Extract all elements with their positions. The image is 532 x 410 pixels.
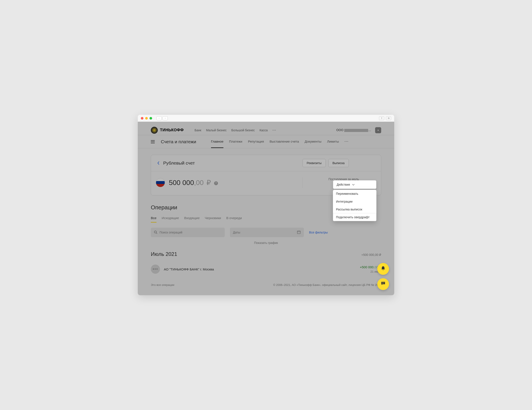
currency-flag-icon (156, 178, 165, 187)
statement-button[interactable]: Выписка (328, 159, 349, 167)
date-input[interactable]: Даты (230, 228, 304, 237)
actions-dropdown-button[interactable]: Действия (333, 180, 376, 189)
chat-fab[interactable] (377, 278, 389, 290)
top-navigation: ТИНЬКОФФ Банк Малый бизнес Большой бизне… (138, 122, 394, 135)
svg-rect-2 (297, 231, 300, 234)
nav-forward-button[interactable]: › (162, 116, 168, 120)
search-icon (154, 230, 157, 235)
calendar-icon (297, 230, 301, 235)
account-title: Рублевый счет (163, 161, 195, 166)
company-name-redacted (344, 129, 368, 132)
show-chart-link[interactable]: Показать график (151, 241, 381, 245)
ops-tab-drafts[interactable]: Черновики (205, 216, 221, 223)
svg-point-0 (154, 231, 156, 233)
subnav-tab-invoice[interactable]: Выставление счета (269, 135, 299, 148)
action-statement-mailing[interactable]: Рассылка выписок (333, 205, 376, 213)
bell-icon (381, 266, 385, 272)
menu-burger-icon[interactable] (151, 140, 155, 143)
topnav-link-big-biz[interactable]: Большой бизнес (231, 128, 255, 132)
month-header: Июль 2021 (151, 251, 177, 257)
topnav-link-small-biz[interactable]: Малый бизнес (206, 128, 227, 132)
ops-tab-all[interactable]: Все (151, 216, 156, 223)
operation-icon: ••• (151, 265, 160, 274)
search-placeholder: Поиск операций (160, 231, 182, 234)
topnav-link-kassa[interactable]: Касса (259, 128, 268, 132)
logo-icon (151, 127, 158, 134)
footer-legal: © 2006–2021, АО «Тинькофф Банк», официал… (273, 283, 381, 286)
actions-dropdown-menu: Переименовать Интеграции Рассылка выписо… (333, 190, 376, 221)
window-minimize-icon[interactable] (145, 117, 148, 120)
profile-dropdown-icon[interactable]: ▾ (375, 127, 381, 133)
share-icon[interactable]: ⇧ (379, 116, 384, 120)
action-rename[interactable]: Переименовать (333, 190, 376, 198)
topnav-more-icon[interactable]: ··· (273, 128, 276, 132)
window-close-icon[interactable] (141, 117, 143, 120)
action-integrations[interactable]: Интеграции (333, 198, 376, 205)
action-connect-overdraft[interactable]: Подключить овердрафт (333, 213, 376, 221)
ops-tab-outgoing[interactable]: Исходящие (162, 216, 179, 223)
notifications-fab[interactable] (377, 263, 389, 275)
chat-icon (381, 281, 386, 287)
back-icon[interactable] (156, 161, 161, 166)
company-prefix: ООО (336, 128, 343, 132)
chevron-down-icon (352, 183, 355, 186)
brand-logo[interactable]: ТИНЬКОФФ (151, 127, 184, 134)
date-placeholder: Даты (233, 231, 240, 234)
topnav-link-bank[interactable]: Банк (194, 128, 201, 132)
help-icon[interactable]: ? (214, 181, 218, 185)
month-sum: +500 000,00 ₽ (361, 253, 381, 257)
brand-name: ТИНЬКОФФ (160, 128, 184, 132)
sub-navigation: Счета и платежи Главное Платежи Репутаци… (138, 135, 394, 148)
nav-back-button[interactable]: ‹ (156, 116, 162, 120)
subnav-tab-reputation[interactable]: Репутация (248, 135, 264, 148)
window-titlebar: ‹ › ⇧ ⧉ (138, 115, 394, 122)
requisites-button[interactable]: Реквизиты (303, 159, 326, 167)
subnav-tab-payments[interactable]: Платежи (229, 135, 242, 148)
all-filters-link[interactable]: Все фильтры (309, 231, 328, 234)
svg-line-1 (156, 233, 157, 234)
ops-tab-queued[interactable]: В очереди (226, 216, 242, 223)
account-balance: 500 000,00 ₽ ? (169, 179, 218, 187)
subnav-tab-main[interactable]: Главное (211, 135, 223, 148)
search-input[interactable]: Поиск операций (151, 228, 225, 237)
tabs-icon[interactable]: ⧉ (386, 116, 391, 120)
page-section-title: Счета и платежи (161, 139, 196, 144)
ops-tab-incoming[interactable]: Входящие (184, 216, 200, 223)
operation-name: АО "ТИНЬКОФФ БАНК" г. Москва (164, 267, 214, 271)
subnav-tab-limits[interactable]: Лимиты (327, 135, 339, 148)
subnav-more-icon[interactable]: ··· (345, 135, 349, 148)
subnav-tab-documents[interactable]: Документы (305, 135, 322, 148)
end-of-list-label: Это все операции (151, 283, 174, 286)
window-zoom-icon[interactable] (150, 117, 152, 120)
operation-row[interactable]: ••• АО "ТИНЬКОФФ БАНК" г. Москва +500 00… (151, 262, 381, 277)
